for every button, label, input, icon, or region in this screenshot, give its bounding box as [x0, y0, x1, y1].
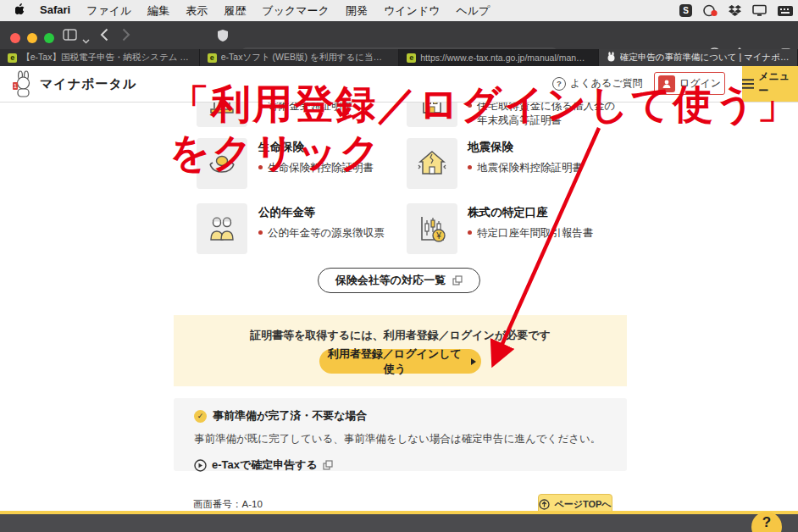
- macos-menu-bar: Safari ファイル 編集 表示 履歴 ブックマーク 開発 ウインドウ ヘルプ…: [0, 0, 798, 22]
- cracked-house-icon: [417, 148, 447, 179]
- privacy-shield-icon[interactable]: [217, 29, 229, 46]
- tab-title: https://www.e-tax.nta.go.jp/manual/manua…: [420, 53, 590, 63]
- dropbox-icon[interactable]: [729, 4, 741, 17]
- back-button[interactable]: [100, 28, 108, 45]
- menu-history[interactable]: 履歴: [224, 3, 246, 19]
- external-link-icon: [323, 460, 333, 470]
- window-minimize-button[interactable]: [27, 33, 37, 43]
- window-close-button[interactable]: [10, 33, 20, 43]
- insurers-list-button[interactable]: 保険会社等の対応一覧: [318, 268, 480, 293]
- tab-bar: e 【e-Tax】国税電子申告・納税システム (イータックス) e e-Taxソ…: [0, 49, 798, 66]
- myna-portal-page: 1 マイナポータル ? よくあるご質問 ログイン メニュー: [0, 66, 798, 532]
- safari-toolbar: myna.go.jp ↻ +: [0, 21, 798, 49]
- insurers-list-label: 保険会社等の対応一覧: [335, 273, 446, 288]
- right-arrow-icon: [471, 358, 476, 365]
- site-logo[interactable]: 1 マイナポータル: [12, 70, 136, 97]
- prepared-title-row: ✓ 事前準備が完了済・不要な場合: [194, 408, 607, 424]
- annotation-text-line1: 「利用登録／ログインして使う」: [169, 84, 798, 124]
- card-tile-public-pension: [197, 203, 247, 254]
- menu-window[interactable]: ウインドウ: [384, 3, 441, 19]
- card-bullet: 地震保険料控除証明書: [477, 161, 583, 175]
- display-icon[interactable]: [752, 4, 767, 17]
- myna-rabbit-favicon: [607, 52, 616, 64]
- etax-favicon: e: [407, 53, 416, 63]
- login-notice-box: 証明書等を取得するには、利用者登録／ログインが必要です 利用者登録／ログインして…: [174, 315, 627, 386]
- etax-filing-label: e-Taxで確定申告する: [212, 457, 318, 473]
- register-login-label: 利用者登録／ログインして使う: [324, 346, 465, 377]
- annotation-text-line2: をクリック: [169, 132, 382, 172]
- menu-develop[interactable]: 開発: [346, 3, 368, 19]
- page-top-label: ページTOPへ: [554, 498, 611, 511]
- sidebar-chevron-icon[interactable]: [82, 32, 90, 47]
- register-login-button[interactable]: 利用者登録／ログインして使う: [319, 349, 481, 374]
- circle-arrow-icon: [194, 459, 207, 472]
- prepared-body: 事前準備が既に完了している、事前準備をしない場合は確定申告に進んでください。: [194, 432, 607, 446]
- elderly-couple-icon: [206, 213, 238, 244]
- tab-etax-home[interactable]: e 【e-Tax】国税電子申告・納税システム (イータックス): [0, 49, 200, 66]
- site-title: マイナポータル: [40, 76, 136, 92]
- prepared-section: ✓ 事前準備が完了済・不要な場合 事前準備が既に完了している、事前準備をしない場…: [174, 398, 627, 471]
- tab-title: 確定申告の事前準備について | マイナポータル: [620, 52, 790, 64]
- svg-text:1: 1: [14, 83, 17, 89]
- screen-recording-icon[interactable]: [703, 4, 718, 17]
- menu-bookmarks[interactable]: ブックマーク: [262, 3, 330, 19]
- etax-filing-link[interactable]: e-Taxで確定申告する: [194, 457, 607, 473]
- screenshot-root: Safari ファイル 編集 表示 履歴 ブックマーク 開発 ウインドウ ヘルプ…: [0, 0, 798, 532]
- prepared-title: 事前準備が完了済・不要な場合: [213, 408, 368, 424]
- keyboard-input-icon[interactable]: [778, 5, 793, 17]
- bullet-dot: [468, 230, 472, 235]
- card-stock-account: 株式の特定口座 特定口座年間取引報告書: [468, 205, 622, 241]
- card-bullet: 公的年金等の源泉徴収票: [268, 226, 385, 241]
- external-link-icon: [452, 275, 463, 285]
- card-earthquake-insurance: 地震保険 地震保険料控除証明書: [468, 140, 622, 175]
- card-bullet: 特定口座年間取引報告書: [477, 226, 594, 241]
- tab-title: 【e-Tax】国税電子申告・納税システム (イータックス): [21, 52, 191, 64]
- tab-etax-web[interactable]: e e-Taxソフト (WEB版) を利用するに当たって｜【e-T...: [200, 49, 400, 66]
- menu-bar-status-icons: S: [679, 4, 798, 17]
- etax-favicon: e: [8, 53, 17, 63]
- card-tile-stock-account: ¥: [407, 203, 457, 254]
- menu-view[interactable]: 表示: [186, 3, 208, 19]
- svg-text:¥: ¥: [435, 231, 441, 241]
- menu-bar-items: Safari ファイル 編集 表示 履歴 ブックマーク 開発 ウインドウ ヘルプ: [40, 3, 490, 19]
- circle-up-arrow-icon: [539, 499, 550, 510]
- sidebar-toggle-icon[interactable]: [63, 29, 77, 44]
- slack-icon[interactable]: S: [679, 4, 692, 17]
- help-question-mark: ?: [762, 514, 771, 531]
- menu-edit[interactable]: 編集: [147, 3, 169, 19]
- site-footer-bar: [0, 514, 798, 532]
- card-title: 株式の特定口座: [468, 205, 622, 220]
- card-title: 公的年金等: [258, 205, 413, 220]
- bullet-dot: [468, 165, 472, 169]
- card-public-pension: 公的年金等 公的年金等の源泉徴収票: [258, 205, 413, 241]
- myna-rabbit-logo-icon: 1: [12, 70, 34, 97]
- menu-help[interactable]: ヘルプ: [456, 3, 490, 19]
- window-zoom-button[interactable]: [44, 33, 54, 43]
- check-circle-icon: ✓: [194, 410, 207, 423]
- apple-menu-icon[interactable]: [15, 3, 26, 19]
- forward-button[interactable]: [122, 28, 130, 45]
- stock-chart-icon: ¥: [417, 213, 447, 244]
- etax-favicon: e: [208, 53, 217, 63]
- screen-number: 画面番号：A-10: [193, 498, 263, 511]
- tab-etax-manual[interactable]: e https://www.e-tax.nta.go.jp/manual/man…: [399, 49, 599, 66]
- login-notice-message: 証明書等を取得するには、利用者登録／ログインが必要です: [174, 328, 627, 343]
- menu-file[interactable]: ファイル: [86, 3, 131, 19]
- card-title: 地震保険: [468, 140, 622, 155]
- menu-safari[interactable]: Safari: [40, 3, 70, 19]
- card-tile-earthquake-insurance: [407, 138, 457, 189]
- tab-myna-portal-active[interactable]: 確定申告の事前準備について | マイナポータル: [599, 49, 798, 66]
- tab-title: e-Taxソフト (WEB版) を利用するに当たって｜【e-T...: [221, 52, 391, 64]
- bullet-dot: [258, 230, 263, 235]
